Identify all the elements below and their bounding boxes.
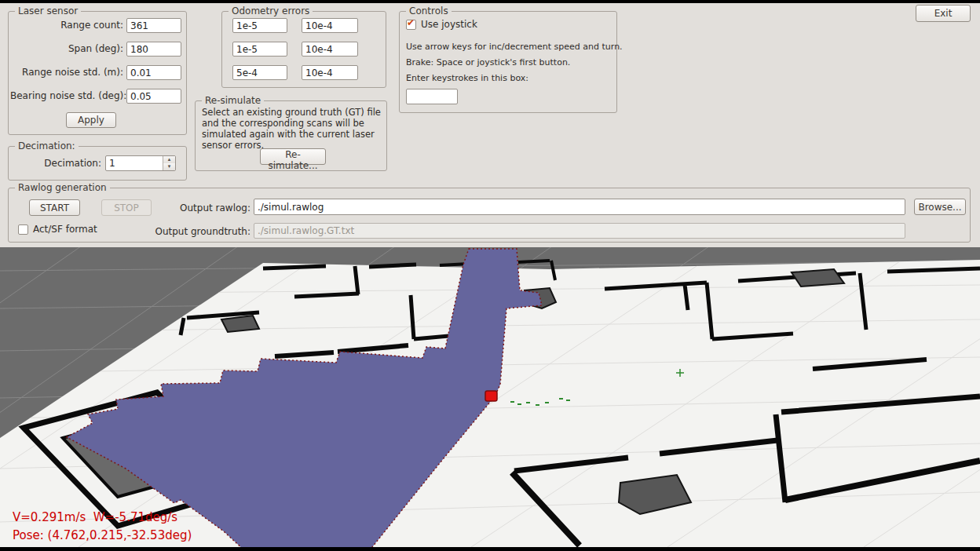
controls-hint-brake: Brake: Space or joystick's first button. [406,57,570,68]
resimulate-description: Select an existing ground truth (GT) fil… [202,107,382,151]
checkmark-icon: ✔ [407,18,415,28]
laser-sensor-group-title: Laser sensor [15,5,81,16]
odometry-error-input-1[interactable] [232,18,287,33]
pose-status-text: Pose: (4.762,0.215,-32.53deg) [13,528,192,542]
odometry-errors-group-title: Odometry errors [229,5,313,16]
odometry-error-input-4[interactable] [302,42,358,57]
resimulate-button[interactable]: Re-simulate... [260,148,326,165]
keystroke-input[interactable] [406,89,458,104]
controls-hint-arrows: Use arrow keys for inc/decrement speed a… [406,42,623,52]
bearing-noise-label: Bearing noise std. (deg): [10,89,123,104]
browse-button[interactable]: Browse... [914,199,966,215]
stepper-down-icon[interactable]: ▾ [163,163,175,170]
output-rawlog-input[interactable] [254,199,905,215]
apply-button[interactable]: Apply [66,112,116,128]
span-deg-input[interactable] [126,42,181,57]
decimation-group-title: Decimation: [15,140,79,151]
rawlog-generation-group-title: Rawlog generation [15,182,110,193]
controls-group: Controls ✔ Use joystick Use arrow keys f… [399,11,617,113]
range-noise-input[interactable] [126,65,181,80]
range-count-input[interactable] [126,18,181,33]
simulator-window: Laser sensor Range count: Span (deg): Ra… [0,0,980,551]
laser-sensor-group: Laser sensor Range count: Span (deg): Ra… [8,11,187,135]
velocity-status-text: V=0.291m/s W=-5.71deg/s [13,510,177,524]
robot-marker [485,391,497,401]
output-groundtruth-input [254,223,905,239]
controls-hint-keystrokes: Enter keystrokes in this box: [406,73,528,83]
resimulate-group-title: Re-simulate [202,95,264,106]
odometry-error-input-2[interactable] [302,18,358,33]
exit-button[interactable]: Exit [916,5,971,22]
stepper-buttons: ▴ ▾ [163,156,175,170]
stop-button[interactable]: STOP [101,199,152,216]
decimation-label: Decimation: [10,155,101,171]
resimulate-group: Re-simulate Select an existing ground tr… [195,100,387,171]
odometry-error-input-5[interactable] [232,65,287,80]
odometry-error-input-3[interactable] [232,42,287,57]
decimation-value: 1 [109,156,115,170]
controls-group-title: Controls [406,5,452,16]
range-noise-label: Range noise std. (m): [10,65,123,80]
use-joystick-label: Use joystick [421,19,477,30]
odometry-error-input-6[interactable] [302,65,358,80]
rawlog-generation-group: Rawlog generation START STOP Output rawl… [8,188,971,243]
range-count-label: Range count: [10,18,123,33]
decimation-group: Decimation: Decimation: 1 ▴ ▾ [8,146,187,181]
span-deg-label: Span (deg): [10,42,123,57]
output-rawlog-label: Output rawlog: [180,201,250,216]
act-sf-format-checkbox[interactable] [18,224,28,235]
simulation-viewport[interactable]: V=0.291m/s W=-5.71deg/s Pose: (4.762,0.2… [0,247,980,547]
output-groundtruth-label: Output groundtruth: [153,224,250,239]
act-sf-format-label: Act/SF format [33,224,97,235]
start-button[interactable]: START [29,199,80,216]
3d-view-canvas[interactable]: V=0.291m/s W=-5.71deg/s Pose: (4.762,0.2… [0,247,980,547]
bearing-noise-input[interactable] [126,89,181,104]
odometry-errors-group: Odometry errors [221,11,386,88]
top-control-panel: Laser sensor Range count: Span (deg): Ra… [0,3,980,247]
use-joystick-checkbox[interactable]: ✔ [406,20,416,30]
decimation-stepper[interactable]: 1 ▴ ▾ [105,155,176,171]
